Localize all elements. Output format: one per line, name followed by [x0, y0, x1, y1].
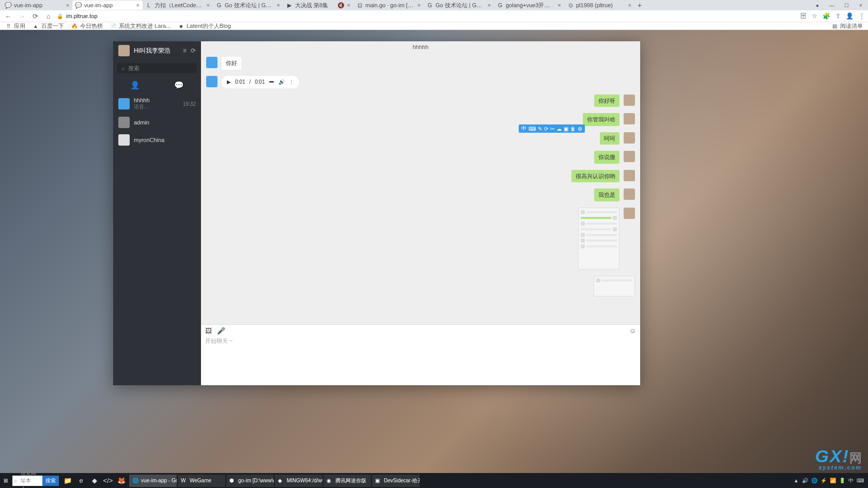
tray-network-icon[interactable]: 🌐 [811, 478, 817, 483]
ime-scissor-icon[interactable]: ✂ [550, 126, 554, 132]
ime-gear-icon[interactable]: ⚙ [578, 126, 582, 132]
contact-item[interactable]: hhhhh语音... 19:32 [113, 94, 201, 114]
ime-cloud-icon[interactable]: ☁ [556, 126, 562, 132]
message-bubble[interactable]: 你说撒 [594, 151, 619, 164]
close-icon[interactable]: × [136, 2, 140, 8]
tab-1[interactable]: 💬vue-im-app× [2, 1, 72, 10]
tab-2-active[interactable]: 💬vue-im-app× [72, 1, 143, 10]
tray-keyboard-icon[interactable]: ⌨ [857, 478, 864, 483]
menu-icon[interactable]: ≡ [183, 47, 187, 54]
pinned-explorer[interactable]: 📁 [62, 475, 73, 487]
contact-item[interactable]: admin [113, 114, 201, 131]
voice-icon[interactable]: 🎤 [217, 327, 225, 335]
chat-messages[interactable]: 你好 ▶ 0:01 / 0:01 🔊 ⋮ 你好呀 你管我叫啥 呵呵 你说撒 [201, 53, 640, 324]
tab-4[interactable]: GGo 技术论坛 | Golang / Go 语…× [213, 1, 283, 10]
task-wegame[interactable]: WWeGame [178, 475, 225, 487]
menu-icon[interactable]: ⋮ [859, 12, 865, 20]
ime-lang-icon[interactable]: 中 [521, 125, 526, 132]
message-bubble[interactable]: 你管我叫啥 [583, 113, 619, 126]
tray-chevron-icon[interactable]: ▲ [794, 478, 799, 483]
audio-progress[interactable] [269, 81, 274, 83]
bookmark-today[interactable]: 🔥今日热榜 [71, 22, 103, 30]
tab-chats[interactable]: 💬 [157, 76, 201, 94]
forward-button[interactable]: → [17, 11, 27, 21]
volume-icon[interactable]: 🔊 [278, 79, 285, 85]
image-icon[interactable]: 🖼 [205, 327, 212, 335]
minimize-button[interactable]: — [825, 0, 839, 10]
close-icon[interactable]: × [207, 2, 210, 8]
extensions-icon[interactable]: 🧩 [823, 12, 830, 20]
tray-power-icon[interactable]: ⚡ [820, 478, 827, 483]
image-message[interactable] [594, 276, 635, 296]
taskbar-search[interactable]: ⌕ 搜索网址本人... 搜索 [12, 476, 59, 486]
ime-trash-icon[interactable]: 🗑 [570, 126, 576, 132]
tab-8[interactable]: Ggolang+vue3开发的一个im应…× [494, 1, 564, 10]
task-chrome[interactable]: 🌐vue-im-app - Goo... [129, 475, 177, 487]
reading-list[interactable]: ▤阅读清单 [831, 22, 863, 30]
record-icon[interactable]: ● [810, 0, 825, 10]
message-bubble[interactable]: 你好呀 [594, 95, 619, 107]
tab-7[interactable]: GGo 技术论坛 | Golang / Go 语…× [424, 1, 494, 10]
ime-keyboard-icon[interactable]: ⌨ [529, 126, 536, 132]
pinned-vscode[interactable]: </> [102, 475, 114, 487]
close-button[interactable]: × [854, 0, 868, 10]
tray-wifi-icon[interactable]: 📶 [830, 478, 836, 483]
emoji-icon[interactable]: ☺ [629, 327, 636, 335]
bookmark-star-icon[interactable]: ☆ [812, 12, 817, 20]
task-mingw[interactable]: ◆MINGW64:/d/ww... [275, 475, 322, 487]
ime-refresh-icon[interactable]: ⟳ [544, 126, 548, 132]
bookmark-baidu[interactable]: ▲百度一下 [33, 22, 64, 30]
task-devsidecar[interactable]: ▣DevSidecar-给开发... [372, 475, 420, 487]
close-icon[interactable]: × [417, 2, 421, 8]
pinned-edge[interactable]: e [75, 475, 87, 487]
url-input[interactable]: 🔒 im.pltrue.top [57, 11, 797, 21]
tab-3[interactable]: L力扣（LeetCode）官网 - 全球…× [143, 1, 213, 10]
close-icon[interactable]: × [66, 2, 69, 8]
close-icon[interactable]: × [628, 2, 631, 8]
close-icon[interactable]: × [277, 2, 280, 8]
close-icon[interactable]: × [558, 2, 561, 8]
contacts-list[interactable]: hhhhh语音... 19:32 admin myronChina [113, 94, 201, 385]
task-tencent[interactable]: ◉腾讯网迷你版 [323, 475, 371, 487]
translate-icon[interactable]: 🈂 [800, 12, 807, 20]
start-button[interactable]: ⊞ [0, 473, 11, 488]
tray-ime-icon[interactable]: 中 [848, 477, 854, 484]
audio-message[interactable]: ▶ 0:01 / 0:01 🔊 ⋮ [222, 76, 299, 88]
tab-9[interactable]: ⊙pl1998 (pltrue)× [564, 1, 634, 10]
bookmark-latent[interactable]: ■Latent的个人Blog [178, 22, 231, 30]
pinned-firefox[interactable]: 🦊 [116, 475, 127, 487]
home-button[interactable]: ⌂ [43, 11, 54, 21]
tab-contacts[interactable]: 👤 [113, 76, 157, 94]
avatar[interactable] [118, 45, 130, 56]
bookmark-lara[interactable]: 📄系统文档改进 Lara... [110, 22, 171, 30]
back-button[interactable]: ← [3, 11, 13, 21]
tray-battery-icon[interactable]: 🔋 [839, 478, 845, 483]
search-input[interactable]: ⌕ 搜索 [117, 63, 197, 73]
message-bubble[interactable]: 呵呵 [600, 132, 619, 145]
profile-icon[interactable]: 👤 [846, 12, 854, 20]
bookmark-apps[interactable]: ⠿应用 [5, 22, 25, 30]
more-icon[interactable]: ⋮ [289, 79, 294, 85]
tab-6[interactable]: ⊡main.go · go-im [GitHub] - V…× [353, 1, 424, 10]
search-button[interactable]: 搜索 [42, 476, 59, 486]
new-tab-button[interactable]: + [634, 1, 645, 10]
contact-item[interactable]: myronChina [113, 131, 201, 149]
close-icon[interactable]: × [488, 2, 491, 8]
message-bubble[interactable]: 你好 [222, 57, 241, 70]
maximize-button[interactable]: ☐ [839, 0, 854, 10]
ime-edit-icon[interactable]: ✎ [538, 126, 542, 132]
floating-ime-toolbar[interactable]: 中 ⌨ ✎ ⟳ ✂ ☁ ▣ 🗑 ⚙ [519, 124, 585, 133]
play-icon[interactable]: ▶ [227, 79, 231, 85]
message-bubble[interactable]: 我也是 [594, 188, 619, 201]
image-message[interactable] [578, 208, 619, 270]
message-input[interactable]: 开始聊天 ~ [201, 336, 640, 385]
close-icon[interactable]: × [347, 2, 350, 8]
refresh-icon[interactable]: ⟳ [191, 47, 196, 54]
task-goland[interactable]: ⬢go-im [D:\www\g... [226, 475, 274, 487]
ime-grid-icon[interactable]: ▣ [564, 126, 568, 132]
pinned-app[interactable]: ◆ [89, 475, 100, 487]
share-icon[interactable]: ⇪ [835, 12, 841, 20]
mute-icon[interactable]: 🔇 [337, 2, 345, 9]
tab-5[interactable]: ▶大决战 第8集🔇× [283, 1, 353, 10]
tray-volume-icon[interactable]: 🔊 [802, 478, 808, 483]
